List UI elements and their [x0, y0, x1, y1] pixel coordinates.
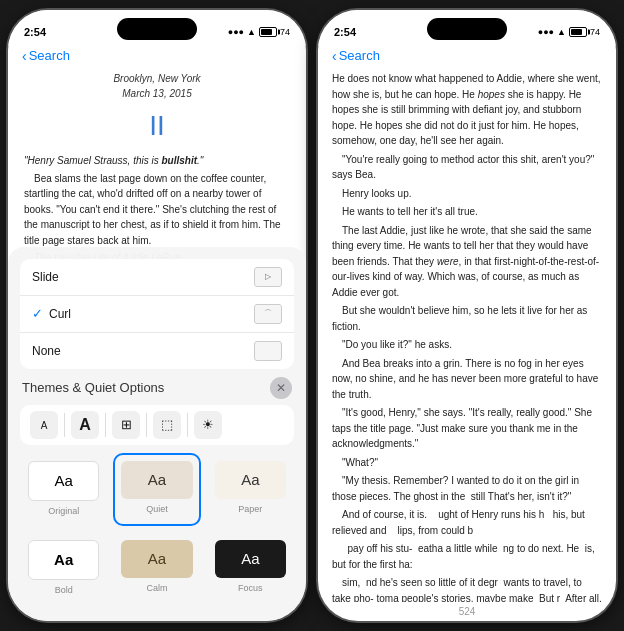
font-separator-2: [105, 413, 106, 437]
right-book-text: He does not know what happened to Addie,…: [332, 71, 602, 602]
right-signal-icon: ●●●: [538, 27, 554, 37]
battery-icon: [259, 27, 277, 37]
theme-paper-label: Paper: [215, 503, 286, 517]
theme-focus-preview: Aa: [215, 540, 286, 578]
left-time: 2:54: [24, 26, 46, 38]
curl-label: Curl: [49, 305, 254, 323]
back-label: Search: [29, 48, 70, 63]
font-separator-4: [187, 413, 188, 437]
font-decrease-button[interactable]: A: [30, 411, 58, 439]
theme-quiet-label: Quiet: [121, 503, 192, 517]
right-wifi-icon: ▲: [557, 27, 566, 37]
signal-icon: ●●●: [228, 27, 244, 37]
right-status-icons: ●●● ▲ 74: [538, 27, 600, 37]
theme-bold-preview: Aa: [28, 540, 99, 580]
left-status-bar: 2:54 ●●● ▲ 74: [8, 10, 306, 46]
theme-bold-label: Bold: [28, 584, 99, 598]
theme-focus-text: Aa: [221, 548, 280, 571]
font-controls: A A ⊞ ⬚ ☀: [20, 405, 294, 445]
right-battery-percent: 74: [590, 27, 600, 37]
main-container: 2:54 ●●● ▲ 74 ‹ Search Brooklyn, New Yor…: [0, 0, 624, 631]
right-status-bar: 2:54 ●●● ▲ 74: [318, 10, 616, 46]
theme-quiet-text: Aa: [127, 469, 186, 492]
curl-option[interactable]: ✓ Curl ⌒: [20, 296, 294, 333]
right-dynamic-island: [427, 18, 507, 40]
themes-title: Themes & Quiet Options: [22, 378, 164, 398]
left-book-content: Brooklyn, New YorkMarch 13, 2015 II "Hen…: [8, 67, 306, 621]
right-nav: ‹ Search: [318, 46, 616, 67]
wifi-icon: ▲: [247, 27, 256, 37]
left-nav: ‹ Search: [8, 46, 306, 67]
overlay-panel: Slide ▷ ✓ Curl ⌒ None Themes & Qui: [8, 247, 306, 621]
theme-paper-preview: Aa: [215, 461, 286, 499]
theme-original-card[interactable]: Aa Original: [20, 453, 107, 526]
themes-header: Themes & Quiet Options ✕: [20, 377, 294, 399]
curl-icon: ⌒: [254, 304, 282, 324]
right-time: 2:54: [334, 26, 356, 38]
slide-label: Slide: [32, 268, 254, 286]
theme-focus-label: Focus: [215, 582, 286, 596]
font-increase-button[interactable]: A: [71, 411, 99, 439]
battery-percent: 74: [280, 27, 290, 37]
theme-original-label: Original: [28, 505, 99, 519]
theme-calm-preview: Aa: [121, 540, 192, 578]
book-header: Brooklyn, New YorkMarch 13, 2015: [24, 71, 290, 101]
theme-bold-text: Aa: [35, 549, 92, 572]
right-book-content: He does not know what happened to Addie,…: [318, 67, 616, 602]
theme-original-preview: Aa: [28, 461, 99, 501]
left-back-button[interactable]: ‹ Search: [22, 48, 292, 63]
theme-original-text: Aa: [35, 470, 92, 493]
theme-calm-label: Calm: [121, 582, 192, 596]
theme-calm-text: Aa: [127, 548, 186, 571]
left-status-icons: ●●● ▲ 74: [228, 27, 290, 37]
theme-focus-card[interactable]: Aa Focus: [207, 532, 294, 605]
none-label: None: [32, 342, 254, 360]
slide-option[interactable]: Slide ▷: [20, 259, 294, 296]
theme-calm-card[interactable]: Aa Calm: [113, 532, 200, 605]
right-phone: 2:54 ●●● ▲ 74 ‹ Search He does not know …: [318, 10, 616, 621]
theme-paper-text: Aa: [221, 469, 280, 492]
dynamic-island: [117, 18, 197, 40]
page-number: 524: [318, 602, 616, 621]
right-back-chevron-icon: ‹: [332, 49, 337, 63]
slide-icon: ▷: [254, 267, 282, 287]
theme-paper-card[interactable]: Aa Paper: [207, 453, 294, 526]
back-chevron-icon: ‹: [22, 49, 27, 63]
right-battery-icon: [569, 27, 587, 37]
font-style-button[interactable]: ⊞: [112, 411, 140, 439]
close-button[interactable]: ✕: [270, 377, 292, 399]
theme-cards: Aa Original Aa Quiet Aa Pap: [20, 453, 294, 605]
font-separator-3: [146, 413, 147, 437]
brightness-button[interactable]: ☀: [194, 411, 222, 439]
left-phone: 2:54 ●●● ▲ 74 ‹ Search Brooklyn, New Yor…: [8, 10, 306, 621]
font-separator: [64, 413, 65, 437]
font-layout-button[interactable]: ⬚: [153, 411, 181, 439]
curl-check: ✓: [32, 304, 43, 324]
none-option[interactable]: None: [20, 333, 294, 369]
theme-quiet-preview: Aa: [121, 461, 192, 499]
chapter-number: II: [24, 105, 290, 147]
theme-quiet-card[interactable]: Aa Quiet: [113, 453, 200, 526]
right-back-button[interactable]: ‹ Search: [332, 48, 602, 63]
right-back-label: Search: [339, 48, 380, 63]
none-icon: [254, 341, 282, 361]
transition-options: Slide ▷ ✓ Curl ⌒ None: [20, 259, 294, 369]
theme-bold-card[interactable]: Aa Bold: [20, 532, 107, 605]
